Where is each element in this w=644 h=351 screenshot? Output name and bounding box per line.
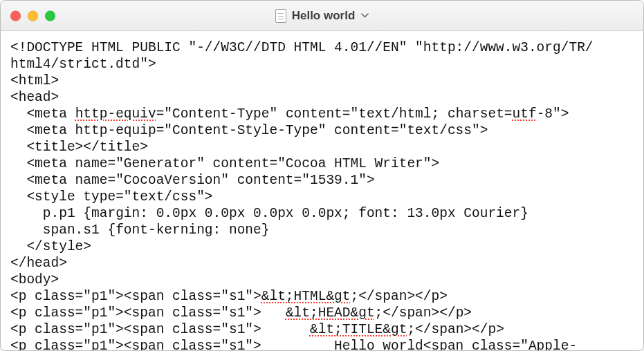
traffic-lights: [10, 10, 55, 21]
code-line: <p class="p1"><span class="s1"> Hello wo…: [10, 339, 577, 350]
code-line: html4/strict.dtd">: [10, 57, 156, 72]
code-line: <p class="p1"><span class="s1"> &lt;TITL…: [10, 322, 504, 337]
code-line: <!DOCTYPE HTML PUBLIC "-//W3C//DTD HTML …: [10, 40, 594, 55]
code-line: <meta http-equiv="Content-Type" content=…: [10, 106, 569, 122]
title-group[interactable]: Hello world: [275, 9, 369, 23]
spell-error: &lt;HEAD&gt: [286, 305, 375, 321]
code-line: <head>: [10, 90, 59, 105]
code-line: <body>: [10, 272, 59, 287]
spell-error: &lt;TITLE&gt: [310, 322, 407, 337]
code-line: <p class="p1"><span class="s1"> &lt;HEAD…: [10, 305, 472, 321]
chevron-down-icon[interactable]: [360, 12, 369, 20]
code-line: <meta name="Generator" content="Cocoa HT…: [10, 156, 439, 171]
code-line: <meta http-equip="Content-Style-Type" co…: [10, 123, 488, 138]
close-icon[interactable]: [10, 10, 21, 21]
spell-error: utf: [513, 106, 537, 122]
window: Hello world <!DOCTYPE HTML PUBLIC "-//W3…: [0, 0, 644, 351]
code-line: span.s1 {font-kerning: none}: [10, 222, 269, 238]
editor-area[interactable]: <!DOCTYPE HTML PUBLIC "-//W3C//DTD HTML …: [1, 31, 643, 350]
titlebar: Hello world: [1, 1, 643, 31]
minimize-icon[interactable]: [28, 10, 38, 21]
code-line: </head>: [10, 256, 67, 271]
spell-error: http-equiv: [75, 106, 156, 122]
zoom-icon[interactable]: [45, 10, 55, 21]
document-icon: [275, 9, 286, 23]
code-line: <title></title>: [10, 140, 148, 155]
code-line: <p class="p1"><span class="s1">&lt;HTML&…: [10, 289, 448, 304]
code-line: p.p1 {margin: 0.0px 0.0px 0.0px 0.0px; f…: [10, 206, 528, 221]
code-line: <style type="text/css">: [10, 189, 213, 205]
code-line: <meta name="CocoaVersion" content="1539.…: [10, 173, 375, 188]
code-text[interactable]: <!DOCTYPE HTML PUBLIC "-//W3C//DTD HTML …: [10, 39, 636, 350]
window-title: Hello world: [292, 9, 356, 23]
spell-error: &lt;HTML&gt: [261, 289, 351, 304]
code-line: <html>: [10, 73, 59, 88]
code-line: </style>: [10, 239, 91, 254]
